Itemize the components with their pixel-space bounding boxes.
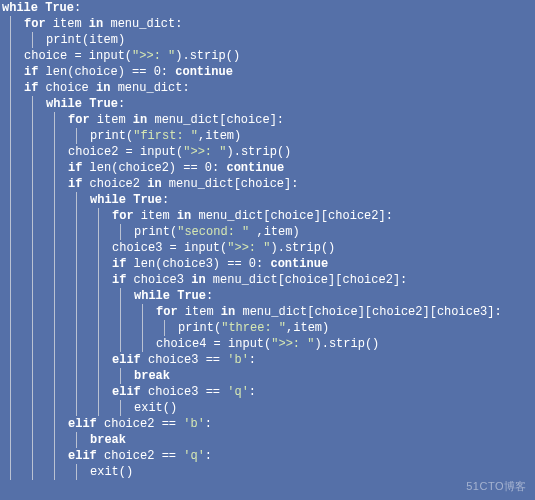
code-line: elif choice2 == 'q': (2, 448, 535, 464)
code-line: choice4 = input(">>: ").strip() (2, 336, 535, 352)
code-line: elif choice2 == 'b': (2, 416, 535, 432)
code-line: exit() (2, 400, 535, 416)
code-line: if len(choice) == 0: continue (2, 64, 535, 80)
code-line: if choice in menu_dict: (2, 80, 535, 96)
code-line: while True: (2, 0, 535, 16)
code-line: choice2 = input(">>: ").strip() (2, 144, 535, 160)
code-line: if choice3 in menu_dict[choice][choice2]… (2, 272, 535, 288)
code-line: break (2, 432, 535, 448)
watermark-text: 51CTO博客 (466, 478, 527, 494)
code-line: print("three: ",item) (2, 320, 535, 336)
code-line: print("first: ",item) (2, 128, 535, 144)
code-container: while True:for item in menu_dict:print(i… (0, 0, 535, 480)
code-line: for item in menu_dict: (2, 16, 535, 32)
code-line: exit() (2, 464, 535, 480)
code-line: print(item) (2, 32, 535, 48)
code-line: choice3 = input(">>: ").strip() (2, 240, 535, 256)
code-line: for item in menu_dict[choice]: (2, 112, 535, 128)
code-line: for item in menu_dict[choice][choice2]: (2, 208, 535, 224)
code-line: while True: (2, 288, 535, 304)
code-line: for item in menu_dict[choice][choice2][c… (2, 304, 535, 320)
code-line: break (2, 368, 535, 384)
code-line: elif choice3 == 'b': (2, 352, 535, 368)
code-line: choice = input(">>: ").strip() (2, 48, 535, 64)
code-line: if len(choice2) == 0: continue (2, 160, 535, 176)
code-line: while True: (2, 192, 535, 208)
code-line: print("second: " ,item) (2, 224, 535, 240)
code-line: while True: (2, 96, 535, 112)
code-line: elif choice3 == 'q': (2, 384, 535, 400)
code-line: if choice2 in menu_dict[choice]: (2, 176, 535, 192)
code-line: if len(choice3) == 0: continue (2, 256, 535, 272)
